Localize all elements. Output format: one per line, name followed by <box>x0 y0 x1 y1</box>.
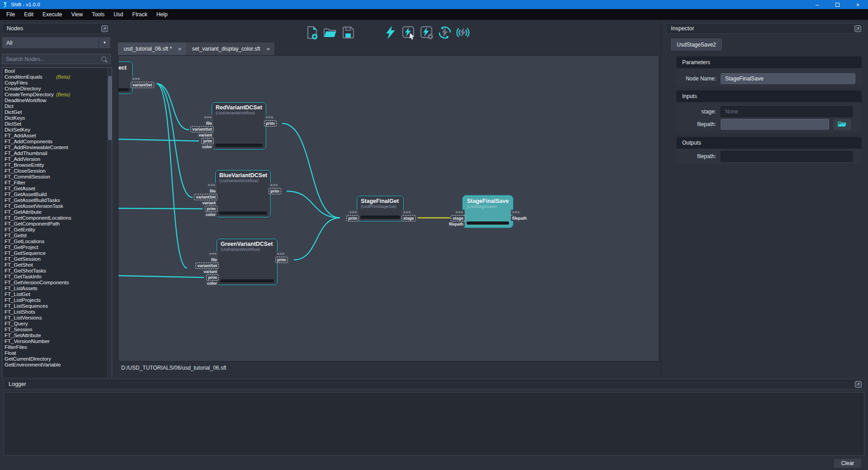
open-file-icon[interactable] <box>322 25 338 40</box>
connection-wire[interactable] <box>118 139 199 141</box>
node-list-item[interactable]: FT_GetSequence <box>2 250 107 256</box>
browse-button[interactable] <box>833 118 852 131</box>
menu-item-file[interactable]: File <box>2 9 19 20</box>
node-list-item[interactable]: FT_GetSession <box>2 256 107 262</box>
logger-output[interactable] <box>4 392 864 456</box>
port-arrows-icon[interactable]: >>> <box>348 210 359 215</box>
node-list-item[interactable]: FT_BrowseEntity <box>2 162 107 168</box>
menu-item-execute[interactable]: Execute <box>38 9 66 20</box>
node-list-item[interactable]: DictSetKey <box>2 127 107 133</box>
node-list-item[interactable]: CreateTempDirectory(Beta) <box>2 92 107 98</box>
node-list-item[interactable]: FT_AddVersion <box>2 156 107 162</box>
node-list-item[interactable]: FT_GetEntity <box>2 227 107 233</box>
node-list-item[interactable]: FT_ListAssets <box>2 286 107 291</box>
node-list-item[interactable]: Float <box>2 350 107 356</box>
graph-node-red-variant-dcset[interactable]: RedVariantDCSet(UsdVariantWorkflow)>>>fi… <box>212 102 266 150</box>
node-list-item[interactable]: FT_ListShots <box>2 309 107 315</box>
node-list-item[interactable]: FT_Session <box>2 327 107 333</box>
graph-node-green-variant-dcset[interactable]: GreenVariantDCSet(UsdVariantWorkflow)>>>… <box>217 239 278 285</box>
maximize-button[interactable] <box>827 0 848 9</box>
connection-wire[interactable] <box>294 218 340 260</box>
node-list-item[interactable]: GetEnvironmentVariable <box>2 362 107 368</box>
node-list-item[interactable]: FT_GetComponentPath <box>2 221 107 227</box>
node-list-item[interactable]: DeadlineWorkflow <box>2 98 107 103</box>
scrollbar-thumb[interactable] <box>108 76 112 140</box>
menu-item-help[interactable]: Help <box>152 9 172 20</box>
connection-wire[interactable] <box>118 208 203 209</box>
node-list-item[interactable]: CreateDirectory <box>2 86 107 92</box>
connection-wire[interactable] <box>287 191 340 218</box>
node-list-item[interactable]: FT_Query <box>2 321 107 327</box>
port-color[interactable]: color <box>206 281 218 286</box>
node-list-item[interactable]: FT_GetComponentLocations <box>2 215 107 221</box>
port-arrows-icon[interactable]: >>> <box>269 183 279 188</box>
connection-wire[interactable] <box>282 123 340 218</box>
port-variantSet[interactable]: variantSet <box>196 263 218 268</box>
node-list-item[interactable]: DictSet <box>2 121 107 127</box>
node-list-item[interactable]: FT_GetAsset <box>2 186 107 192</box>
connection-wire[interactable] <box>156 84 187 268</box>
port-file[interactable]: file <box>208 188 217 194</box>
node-list-item[interactable]: Dict <box>2 103 107 109</box>
menu-item-edit[interactable]: Edit <box>19 9 38 20</box>
menu-item-ftrack[interactable]: Ftrack <box>128 9 152 20</box>
node-list-item[interactable]: Bool <box>2 68 107 74</box>
node-list-scrollbar[interactable] <box>107 68 112 387</box>
port-color[interactable]: color <box>201 144 213 150</box>
clear-button[interactable]: Clear <box>834 458 862 468</box>
port-arrows-icon[interactable]: >>> <box>207 183 217 188</box>
node-list-item[interactable]: FT_GetProject <box>2 244 107 250</box>
execute-selected-icon[interactable] <box>401 25 416 40</box>
node-list-item[interactable]: FT_GetAssetVersionTask <box>2 203 107 209</box>
connection-wire[interactable] <box>118 276 204 277</box>
execute-to-selected-icon[interactable] <box>419 25 434 40</box>
port-file[interactable]: file <box>210 257 218 263</box>
node-list-item[interactable]: FT_ListSequences <box>2 303 107 309</box>
port-prim[interactable]: prim <box>347 216 359 221</box>
node-list-item[interactable]: GetCurrentDirectory <box>2 356 107 362</box>
port-prim[interactable]: prim <box>276 257 288 263</box>
node-list-item[interactable]: FT_ListGet <box>2 291 107 297</box>
node-list-item[interactable]: CopyFiles <box>2 80 107 86</box>
port-arrows-icon[interactable]: >>> <box>203 115 213 120</box>
node-list-item[interactable]: FT_GetLocations <box>2 239 107 244</box>
execute-icon[interactable] <box>383 25 398 40</box>
node-list-item[interactable]: FT_CommitSession <box>2 174 107 180</box>
graph-node-variant-select[interactable]: ect>>>variantSet <box>118 61 133 94</box>
node-graph-canvas[interactable]: ect>>>variantSetRedVariantDCSet(UsdVaria… <box>118 55 659 362</box>
port-variant[interactable]: variant <box>202 269 218 274</box>
node-list-item[interactable]: FT_GetAttribute <box>2 209 107 215</box>
filepath-input[interactable] <box>721 119 829 130</box>
live-execute-icon[interactable] <box>455 25 471 40</box>
node-list-item[interactable]: FT_GetShot <box>2 262 107 268</box>
undock-icon[interactable]: ↗ <box>854 25 861 32</box>
port-variant[interactable]: variant <box>201 200 217 206</box>
port-prim[interactable]: prim <box>264 121 276 126</box>
node-list-item[interactable]: FT_ListProjects <box>2 297 107 303</box>
node-list-item[interactable]: FT_SetAttribute <box>2 333 107 338</box>
node-list-item[interactable]: FT_ListVersions <box>2 315 107 321</box>
port-prim[interactable]: prim <box>269 188 281 194</box>
node-list-item[interactable]: DictGet <box>2 109 107 115</box>
port-stage[interactable]: stage <box>402 216 415 221</box>
port-file[interactable]: file <box>205 121 213 126</box>
port-arrows-icon[interactable]: >>> <box>454 210 465 215</box>
port-variant[interactable]: variant <box>197 132 213 138</box>
port-variantSet[interactable]: variantSet <box>194 194 217 200</box>
node-filter-dropdown[interactable]: All ▼ <box>2 37 111 49</box>
port-arrows-icon[interactable]: >>> <box>208 251 218 257</box>
port-prim[interactable]: prim <box>205 206 217 212</box>
document-tab[interactable]: set_variant_display_color.sft× <box>186 42 274 55</box>
node-list-item[interactable]: FT_VersionNumber <box>2 338 107 344</box>
port-arrows-icon[interactable]: >>> <box>402 210 412 215</box>
minimize-button[interactable]: – <box>807 0 827 9</box>
node-list-item[interactable]: FilterFiles <box>2 344 107 350</box>
node-list-item[interactable]: FT_GetTaskInfo <box>2 274 107 280</box>
node-list-item[interactable]: DictKeys <box>2 115 107 121</box>
node-list-item[interactable]: FT_Filter <box>2 180 107 186</box>
graph-node-blue-variant-dcset[interactable]: BlueVariantDCSet(UsdVariantWorkflow)>>>f… <box>215 170 271 217</box>
undock-icon[interactable]: ↗ <box>101 25 108 32</box>
port-arrows-icon[interactable]: >>> <box>131 76 142 82</box>
port-prim[interactable]: prim <box>202 138 213 144</box>
menu-item-view[interactable]: View <box>66 9 87 20</box>
